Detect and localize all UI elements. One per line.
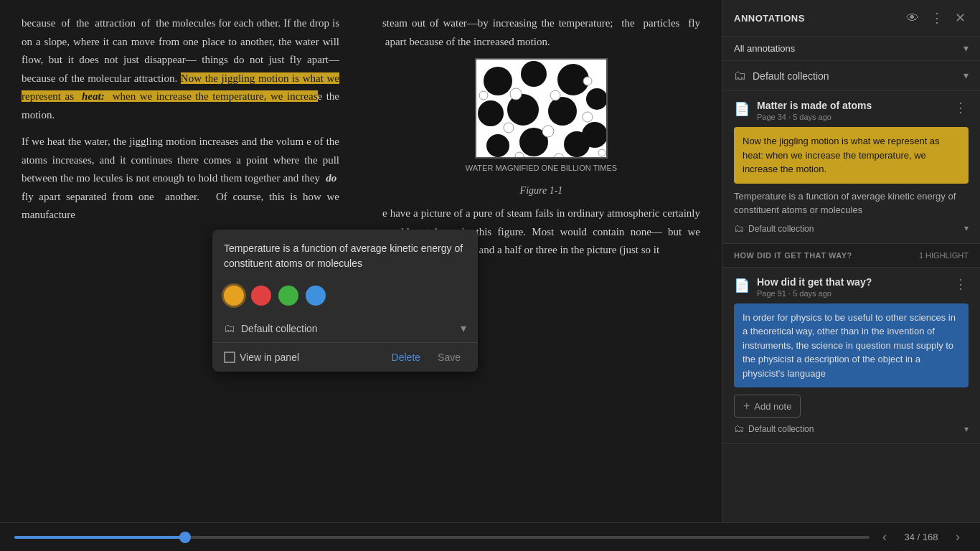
- annotation-card-1: 📄 Matter is made of atoms Page 34 · 5 da…: [722, 91, 980, 244]
- popup-actions-row: View in panel Delete Save: [212, 343, 478, 372]
- svg-point-16: [583, 112, 593, 122]
- annotation-2-title: How did it get that way?: [757, 276, 946, 288]
- svg-point-8: [486, 134, 509, 157]
- color-yellow[interactable]: [224, 286, 244, 306]
- view-icon-btn[interactable]: 👁: [903, 9, 922, 27]
- annotation-card-1-header: 📄 Matter is made of atoms Page 34 · 5 da…: [734, 100, 969, 121]
- annotation-doc-icon-2: 📄: [734, 278, 750, 293]
- color-green[interactable]: [278, 286, 298, 306]
- panel-header: ANNOTATIONS 👁 ⋮ ✕: [722, 0, 980, 37]
- panel-title: ANNOTATIONS: [734, 13, 897, 24]
- prev-page-btn[interactable]: ‹: [877, 527, 892, 547]
- view-in-panel-btn[interactable]: View in panel: [224, 352, 380, 363]
- svg-point-15: [542, 126, 554, 137]
- annotation-1-title-group: Matter is made of atoms Page 34 · 5 days…: [757, 100, 946, 121]
- svg-point-17: [515, 152, 524, 159]
- popup-annotation-text: Temperature is a function of average kin…: [212, 230, 478, 280]
- collection-header-row: 🗂 Default collection ▾: [722, 61, 980, 91]
- chevron-sm-icon-2: ▾: [964, 424, 969, 435]
- filter-row[interactable]: All annotations ▾: [722, 37, 980, 61]
- section-2-header: HOW DID IT GET THAT WAY? 1 HIGHLIGHT: [722, 244, 980, 268]
- annotation-2-meta: Page 91 · 5 days ago: [757, 289, 946, 298]
- folder-sm-icon-2: 🗂: [734, 423, 744, 435]
- filter-label: All annotations: [734, 43, 963, 54]
- figure-ref: Figure 1-1: [382, 182, 700, 199]
- svg-point-5: [507, 94, 539, 126]
- annotation-1-title: Matter is made of atoms: [757, 100, 946, 111]
- annotation-1-highlight: Now the jiggling motion is what we repre…: [734, 127, 969, 184]
- bottom-navigation-bar: ‹ 34 / 168 ›: [0, 522, 980, 551]
- folder-icon: 🗂: [224, 322, 235, 335]
- annotation-1-collection-row[interactable]: 🗂 Default collection ▾: [734, 223, 969, 235]
- progress-fill: [14, 536, 185, 539]
- progress-track[interactable]: [14, 536, 870, 539]
- annotation-1-note: Temperature is a function of average kin…: [734, 189, 969, 217]
- next-page-btn[interactable]: ›: [950, 527, 966, 547]
- annotation-card-2: 📄 How did it get that way? Page 91 · 5 d…: [722, 268, 980, 445]
- svg-point-14: [504, 123, 514, 133]
- annotations-panel: ANNOTATIONS 👁 ⋮ ✕ All annotations ▾ 🗂 De…: [722, 0, 980, 522]
- chevron-down-icon: ▾: [461, 321, 466, 335]
- svg-point-10: [564, 131, 590, 157]
- annotation-2-highlight: In order for physics to be useful to oth…: [734, 303, 969, 388]
- right-text-intro: steam out of water—by increasing the tem…: [382, 14, 700, 51]
- annotation-1-more-btn[interactable]: ⋮: [953, 100, 969, 116]
- progress-thumb: [179, 532, 191, 543]
- more-options-btn[interactable]: ⋮: [928, 9, 946, 27]
- svg-point-3: [586, 88, 608, 110]
- svg-point-6: [548, 97, 577, 126]
- annotation-2-collection: Default collection: [748, 424, 960, 434]
- view-panel-label: View in panel: [240, 352, 299, 363]
- annotation-card-2-header: 📄 How did it get that way? Page 91 · 5 d…: [734, 276, 969, 298]
- color-blue[interactable]: [306, 286, 326, 306]
- popup-color-picker: [212, 280, 478, 314]
- collection-chevron-icon: ▾: [963, 70, 969, 82]
- left-text: because of the attraction of the molecul…: [22, 14, 339, 124]
- svg-point-19: [479, 91, 488, 100]
- water-image-container: WATER MAGNIFIED ONE BILLION TIMES: [382, 58, 700, 175]
- highlighted-text-2: ncrease the temperature, we increas: [159, 90, 318, 102]
- annotation-2-more-btn[interactable]: ⋮: [953, 276, 969, 292]
- popup-collection-row[interactable]: 🗂 Default collection ▾: [212, 314, 478, 343]
- water-image-caption: WATER MAGNIFIED ONE BILLION TIMES: [382, 161, 700, 175]
- add-note-button[interactable]: + Add note: [734, 395, 801, 418]
- close-panel-btn[interactable]: ✕: [952, 9, 969, 27]
- add-note-label: Add note: [754, 401, 791, 412]
- color-red[interactable]: [251, 286, 271, 306]
- page-indicator: 34 / 168: [900, 532, 943, 542]
- panel-icon: [224, 352, 235, 363]
- svg-point-13: [583, 77, 592, 85]
- left-text-2: If we heat the water, the jiggling motio…: [22, 133, 339, 225]
- collection-name-label: Default collection: [753, 70, 958, 82]
- annotation-doc-icon-1: 📄: [734, 101, 750, 117]
- panel-content: 🗂 Default collection ▾ 📄 Matter is made …: [722, 61, 980, 522]
- water-magnified-image: [475, 58, 608, 159]
- plus-icon: +: [743, 400, 750, 413]
- annotation-2-collection-row[interactable]: 🗂 Default collection ▾: [734, 423, 969, 435]
- annotation-2-title-group: How did it get that way? Page 91 · 5 day…: [757, 276, 946, 298]
- collection-folder-icon: 🗂: [734, 68, 747, 83]
- do-italic: do: [326, 172, 336, 184]
- filter-chevron-icon: ▾: [963, 42, 969, 55]
- annotation-1-collection: Default collection: [748, 224, 960, 234]
- section-2-count: 1 HIGHLIGHT: [919, 251, 969, 260]
- svg-point-18: [554, 154, 564, 159]
- save-button[interactable]: Save: [432, 349, 466, 366]
- popup-collection-name: Default collection: [241, 323, 455, 334]
- figure-ref-text: igure 1-1: [526, 185, 562, 196]
- folder-sm-icon: 🗂: [734, 223, 744, 235]
- chevron-sm-icon: ▾: [964, 223, 969, 234]
- annotation-1-meta: Page 34 · 5 days ago: [757, 113, 946, 121]
- heat-italic: heat:: [82, 90, 105, 102]
- section-2-title: HOW DID IT GET THAT WAY?: [734, 251, 919, 260]
- svg-point-11: [510, 88, 522, 100]
- svg-point-1: [521, 61, 547, 87]
- annotation-popup: Temperature is a function of average kin…: [212, 230, 478, 372]
- svg-point-0: [484, 67, 512, 95]
- svg-point-4: [478, 100, 504, 126]
- delete-button[interactable]: Delete: [386, 349, 426, 366]
- svg-point-12: [550, 90, 560, 100]
- svg-point-20: [598, 149, 606, 156]
